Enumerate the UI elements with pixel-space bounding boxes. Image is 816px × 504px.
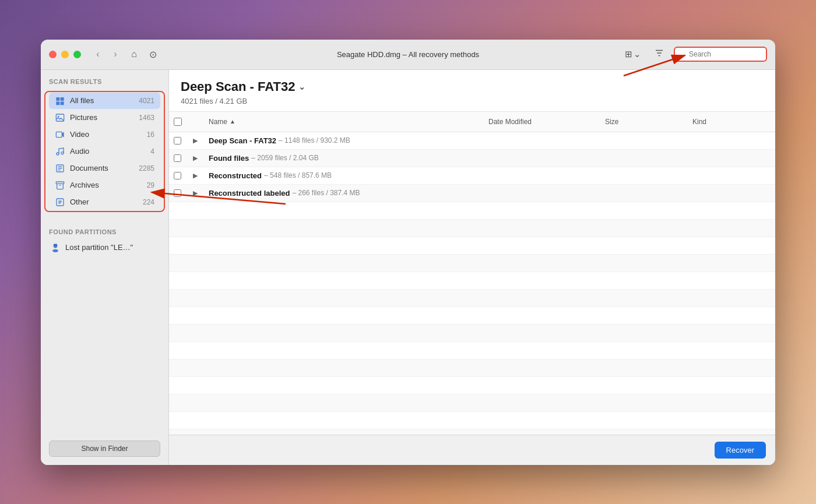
row-checkbox[interactable] <box>169 150 187 167</box>
view-toggle-button[interactable]: ⊞ ⌄ <box>621 47 645 62</box>
sidebar-item-pictures-label: Pictures <box>70 113 134 122</box>
row-kind <box>688 185 775 202</box>
sidebar-item-archives[interactable]: Archives 29 <box>49 177 160 193</box>
other-icon <box>55 197 65 207</box>
table-row[interactable]: ▶ Deep Scan - FAT32 – 1148 files / 930.2… <box>169 132 775 150</box>
minimize-button[interactable] <box>61 51 69 58</box>
titlebar: ‹ › ⌂ ⊙ Seagate HDD.dmg – All recovery m… <box>41 40 775 70</box>
sidebar-item-all-files-count: 4021 <box>139 97 154 105</box>
maximize-button[interactable] <box>73 51 81 58</box>
row-select-checkbox[interactable] <box>174 137 181 144</box>
table-row-empty <box>169 290 775 307</box>
row-kind <box>688 132 775 149</box>
all-files-icon <box>55 96 65 106</box>
row-name-cell: Reconstructed – 548 files / 857.6 MB <box>204 167 484 184</box>
row-name-sub: – 548 files / 857.6 MB <box>264 171 332 179</box>
view-chevron-icon: ⌄ <box>634 49 641 59</box>
svg-rect-9 <box>56 132 62 137</box>
forward-button[interactable]: › <box>108 47 123 62</box>
table-row-empty <box>169 342 775 360</box>
scan-results-label: Scan results <box>41 70 168 89</box>
table-row-empty <box>169 220 775 237</box>
sidebar-item-all-files[interactable]: All files 4021 <box>49 93 160 109</box>
documents-icon <box>55 163 65 174</box>
row-name-main: Reconstructed labeled <box>209 189 290 198</box>
expand-button[interactable]: ▶ <box>191 188 199 198</box>
svg-rect-5 <box>56 101 59 105</box>
back-button[interactable]: ‹ <box>90 47 105 62</box>
col-name[interactable]: Name ▲ <box>204 115 484 128</box>
expand-button[interactable]: ▶ <box>191 171 199 180</box>
table-row[interactable]: ▶ Reconstructed labeled – 266 files / 38… <box>169 185 775 202</box>
bottom-bar: Recover <box>169 435 775 465</box>
table-row-empty <box>169 360 775 377</box>
sidebar-item-pictures-count: 1463 <box>139 114 154 122</box>
row-checkbox[interactable] <box>169 185 187 202</box>
table-row-empty <box>169 272 775 290</box>
scan-title-chevron-icon[interactable]: ⌄ <box>298 82 305 91</box>
table-row[interactable]: ▶ Found files – 2059 files / 2.04 GB <box>169 150 775 167</box>
row-checkbox[interactable] <box>169 167 187 184</box>
sidebar-item-all-files-label: All files <box>70 96 134 105</box>
table-row-empty <box>169 394 775 412</box>
history-button[interactable]: ⊙ <box>145 47 160 62</box>
row-select-checkbox[interactable] <box>174 154 181 162</box>
found-partitions-label: Found partitions <box>41 220 168 239</box>
sidebar-item-video[interactable]: Video 16 <box>49 126 160 143</box>
svg-point-11 <box>57 153 59 155</box>
recover-button[interactable]: Recover <box>715 442 766 459</box>
sidebar-item-lost-partition[interactable]: Lost partition "LE…" <box>44 239 165 256</box>
sidebar-item-other[interactable]: Other 224 <box>49 194 160 210</box>
sidebar-item-other-label: Other <box>70 198 138 206</box>
sidebar-item-video-count: 16 <box>147 131 154 139</box>
row-checkbox[interactable] <box>169 132 187 149</box>
sidebar-item-documents-label: Documents <box>70 164 134 172</box>
col-size[interactable]: Size <box>600 115 688 128</box>
svg-rect-6 <box>61 101 64 105</box>
svg-point-8 <box>58 115 59 117</box>
sidebar-item-other-count: 224 <box>143 198 154 206</box>
row-select-checkbox[interactable] <box>174 172 181 179</box>
expand-button[interactable]: ▶ <box>191 153 199 163</box>
row-expand[interactable]: ▶ <box>187 185 204 202</box>
close-button[interactable] <box>49 51 57 58</box>
home-button[interactable]: ⌂ <box>126 47 142 62</box>
sidebar-item-audio[interactable]: Audio 4 <box>49 143 160 160</box>
row-expand[interactable]: ▶ <box>187 150 204 167</box>
row-name-cell: Deep Scan - FAT32 – 1148 files / 930.2 M… <box>204 132 484 149</box>
col-expand <box>187 115 204 128</box>
sidebar-item-documents[interactable]: Documents 2285 <box>49 160 160 177</box>
expand-button[interactable]: ▶ <box>191 136 199 145</box>
content-area: Deep Scan - FAT32 ⌄ 4021 files / 4.21 GB… <box>169 70 775 465</box>
table-row-empty <box>169 377 775 394</box>
sidebar-item-archives-label: Archives <box>70 181 142 189</box>
row-expand[interactable]: ▶ <box>187 132 204 149</box>
row-expand[interactable]: ▶ <box>187 167 204 184</box>
row-kind <box>688 150 775 167</box>
show-in-finder-button[interactable]: Show in Finder <box>49 440 160 457</box>
table-body: ▶ Deep Scan - FAT32 – 1148 files / 930.2… <box>169 132 775 435</box>
filter-button[interactable] <box>650 45 668 63</box>
main-content: Scan results All files 4021 <box>41 70 775 465</box>
table-row[interactable]: ▶ Reconstructed – 548 files / 857.6 MB <box>169 167 775 185</box>
row-name-cell: Reconstructed labeled – 266 files / 387.… <box>204 185 484 202</box>
row-name-main: Found files <box>209 154 249 163</box>
row-date <box>484 132 600 149</box>
search-container: 🔍 <box>674 47 767 62</box>
table-row-empty <box>169 412 775 429</box>
sidebar-item-pictures[interactable]: Pictures 1463 <box>49 110 160 126</box>
archives-icon <box>55 180 65 191</box>
search-input[interactable] <box>674 47 767 62</box>
col-kind[interactable]: Kind <box>688 115 775 128</box>
sidebar-item-lost-partition-label: Lost partition "LE…" <box>65 243 159 252</box>
row-date <box>484 185 600 202</box>
sidebar-item-audio-count: 4 <box>150 147 154 156</box>
sidebar-item-archives-count: 29 <box>147 181 154 189</box>
sidebar-item-video-label: Video <box>70 130 142 139</box>
row-select-checkbox[interactable] <box>174 189 181 197</box>
select-all-checkbox[interactable] <box>174 118 182 126</box>
row-size <box>600 150 688 167</box>
col-date[interactable]: Date Modified <box>484 115 600 128</box>
row-size <box>600 132 688 149</box>
row-date <box>484 150 600 167</box>
